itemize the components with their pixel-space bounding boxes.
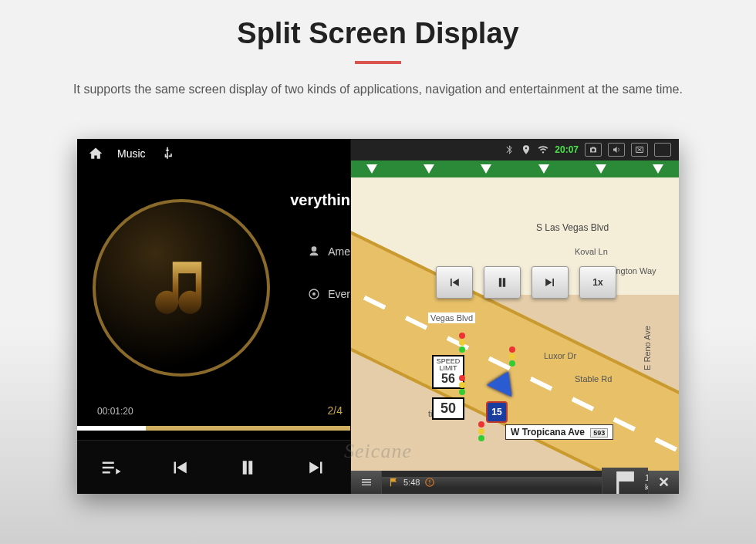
exit-number: 593 (590, 428, 608, 438)
screenshot-button[interactable] (585, 143, 602, 157)
sim-pause-button[interactable] (484, 266, 521, 299)
sim-playback-controls: 1x (436, 266, 616, 299)
pause-button[interactable] (233, 453, 262, 482)
page-subtitle: It supports the same screen display of t… (46, 81, 710, 98)
lane-arrow-icon (596, 164, 606, 174)
previous-button[interactable] (165, 453, 194, 482)
nav-menu-button[interactable] (351, 471, 382, 494)
svg-point-1 (312, 292, 316, 296)
traffic-light-icon (459, 374, 467, 396)
bluetooth-icon (504, 144, 515, 155)
next-button[interactable] (302, 453, 331, 482)
clock-label: 20:07 (555, 144, 579, 155)
artist-label: Ame (328, 245, 350, 258)
lane-arrow-icon (424, 164, 434, 174)
album-row: Ever (308, 288, 350, 300)
street-label: E Reno Ave (643, 326, 652, 370)
alert-icon (424, 477, 435, 488)
title-underline (355, 61, 401, 64)
disc-icon (308, 288, 320, 300)
track-index: 2/4 (328, 404, 343, 417)
traffic-light-icon (459, 332, 467, 353)
lane-arrow-icon (366, 164, 377, 174)
street-label: Stable Rd (575, 374, 612, 384)
current-speed-sign: 50 (432, 397, 464, 420)
music-status-label: Music (117, 147, 146, 160)
sim-speed-button[interactable]: 1x (579, 266, 616, 299)
nav-eta: 5:48 (382, 477, 602, 488)
navigation-pane: 20:07 300 m 650 m (351, 139, 679, 494)
sim-next-button[interactable] (532, 266, 569, 299)
nav-remaining-distance: 1.1 km (602, 468, 648, 495)
street-label-current: W Tropicana Ave 593 (505, 424, 613, 440)
page-title: Split Screen Display (0, 17, 756, 50)
time-elapsed: 00:01:20 (97, 406, 133, 417)
wifi-icon (538, 144, 548, 155)
street-label: Koval Ln (575, 247, 608, 256)
nav-close-button[interactable]: ✕ (648, 471, 679, 494)
nav-status-bar: 20:07 (351, 139, 679, 160)
flag-icon (388, 477, 399, 488)
split-screen-button[interactable] (654, 143, 671, 157)
flag-checkered-icon (610, 468, 640, 495)
volume-button[interactable] (608, 143, 625, 157)
traffic-light-icon (478, 421, 486, 442)
player-controls (77, 440, 350, 494)
current-speed-value: 50 (434, 400, 463, 417)
music-note-icon (147, 253, 216, 323)
sim-prev-button[interactable] (436, 266, 473, 299)
album-art (93, 199, 270, 377)
album-label: Ever (328, 288, 350, 300)
track-title: verythin (290, 191, 350, 209)
player-body: verythin Ame Ever 2/4 00:01:20 (77, 168, 350, 440)
map-canvas[interactable]: S Las Vegas Blvd Koval Ln Duke Ellington… (351, 177, 679, 471)
street-label: Luxor Dr (544, 351, 576, 360)
music-status-bar: Music (77, 139, 350, 168)
playlist-button[interactable] (96, 453, 126, 482)
artist-row: Ame (308, 245, 350, 258)
street-label: Vegas Blvd (428, 313, 475, 323)
music-pane: Music verythin Ame Ever 2/4 00:01: (77, 139, 351, 494)
home-icon[interactable] (88, 146, 103, 161)
traffic-light-icon (509, 346, 517, 367)
lane-guidance-bar (351, 160, 679, 177)
lane-arrow-icon (538, 164, 549, 174)
street-label: S Las Vegas Blvd (536, 222, 609, 233)
interstate-shield: 15 (486, 401, 508, 423)
lane-arrow-icon (653, 164, 663, 174)
nav-bottom-bar: 5:48 1.1 km ✕ (351, 471, 679, 494)
lane-arrow-icon (481, 164, 491, 174)
location-icon (521, 144, 532, 155)
close-app-button[interactable] (631, 143, 648, 157)
person-icon (308, 245, 320, 258)
progress-bar[interactable] (77, 426, 350, 431)
usb-icon (160, 146, 175, 161)
device-frame: Music verythin Ame Ever 2/4 00:01: (77, 139, 679, 494)
